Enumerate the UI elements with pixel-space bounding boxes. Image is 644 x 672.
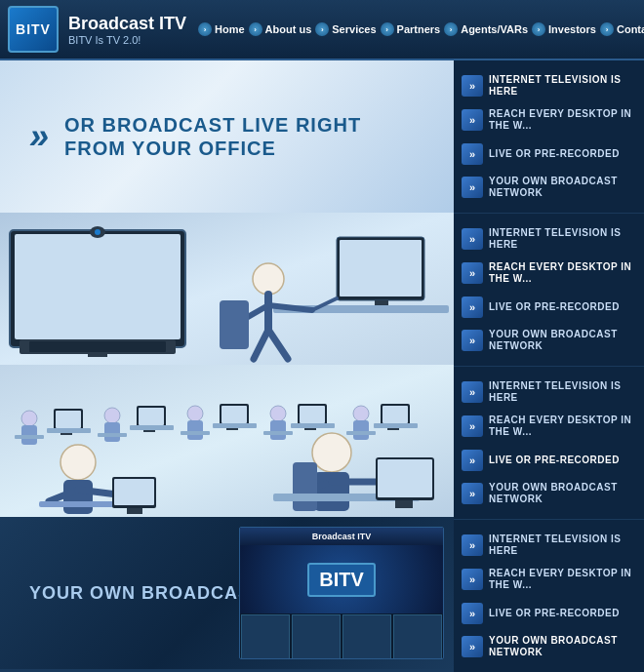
sidebar-label-1c: LIVE OR PRE-RECORDED <box>489 148 620 160</box>
nav-arrow-home: › <box>198 22 212 36</box>
sidebar-item-reach-1[interactable]: » REACH EVERY DESKTOP IN THE W... <box>454 104 644 136</box>
svg-rect-41 <box>213 423 257 428</box>
sidebar-label-2b: REACH EVERY DESKTOP IN THE W... <box>489 261 636 285</box>
nav-contact[interactable]: › Contact us <box>598 20 644 38</box>
slide-3-illustration <box>0 365 454 517</box>
chevron-icon-1d: » <box>462 177 483 198</box>
sidebar-item-live-2[interactable]: » LIVE OR PRE-RECORDED <box>454 293 644 322</box>
sidebar-item-live-4[interactable]: » LIVE OR PRE-RECORDED <box>454 599 644 628</box>
sidebar-label-3a: INTERNET TELEVISION IS HERE <box>489 380 636 404</box>
sidebar-item-reach-2[interactable]: » REACH EVERY DESKTOP IN THE W... <box>454 257 644 289</box>
slide-2-illustration <box>0 213 454 365</box>
svg-rect-71 <box>378 459 432 497</box>
chevron-icon-2a: » <box>462 228 483 250</box>
svg-rect-60 <box>39 501 117 507</box>
slide-1-text: OR BROADCAST LIVE RIGHT FROM YOUR OFFICE <box>64 113 424 160</box>
sidebar-label-1a: INTERNET TELEVISION IS HERE <box>489 74 636 98</box>
sidebar-label-2d: YOUR OWN BROADCAST NETWORK <box>489 329 636 352</box>
sidebar-label-2a: INTERNET TELEVISION IS HERE <box>489 227 636 251</box>
slide-1[interactable]: » OR BROADCAST LIVE RIGHT FROM YOUR OFFI… <box>0 60 454 213</box>
sidebar-section-1: » INTERNET TELEVISION IS HERE » REACH EV… <box>454 60 644 214</box>
sidebar-label-1d: YOUR OWN BROADCAST NETWORK <box>489 176 636 199</box>
svg-rect-23 <box>15 435 44 439</box>
preview-center: BITV <box>240 545 443 613</box>
chevron-icon-1b: » <box>462 109 483 131</box>
svg-point-64 <box>312 433 351 472</box>
main-content: » OR BROADCAST LIVE RIGHT FROM YOUR OFFI… <box>0 60 644 672</box>
sidebar-item-own-1[interactable]: » YOUR OWN BROADCAST NETWORK <box>454 172 644 203</box>
svg-point-5 <box>95 229 101 235</box>
svg-rect-39 <box>221 406 247 423</box>
sidebar-item-internet-tv-4[interactable]: » INTERNET TELEVISION IS HERE <box>454 530 644 561</box>
svg-point-12 <box>253 263 284 295</box>
logo-text: BITV <box>16 21 51 37</box>
chevron-icon-3c: » <box>462 450 483 471</box>
svg-rect-53 <box>382 406 408 423</box>
chevron-icon-4a: » <box>462 534 483 556</box>
slide-4[interactable]: YOUR OWN BROADCAST NETWORK Broadcast ITV… <box>0 517 454 669</box>
slide-2[interactable] <box>0 213 454 365</box>
sidebar-section-2: » INTERNET TELEVISION IS HERE » REACH EV… <box>454 214 644 367</box>
svg-rect-7 <box>29 341 166 352</box>
svg-rect-62 <box>114 479 154 505</box>
preview-thumb-1 <box>241 614 290 659</box>
nav-arrow-contact: › <box>600 22 614 36</box>
nav-investors[interactable]: › Investors <box>530 20 598 38</box>
chevron-icon-3b: » <box>462 415 483 437</box>
svg-rect-72 <box>395 500 413 508</box>
nav-arrow-investors: › <box>532 22 545 36</box>
svg-rect-32 <box>139 408 164 425</box>
nav-agents[interactable]: › Agents/VARs <box>442 20 530 38</box>
sidebar-item-reach-3[interactable]: » REACH EVERY DESKTOP IN THE W... <box>454 411 644 442</box>
sidebar-section-3: » INTERNET TELEVISION IS HERE » REACH EV… <box>454 367 644 520</box>
sidebar-label-1b: REACH EVERY DESKTOP IN THE W... <box>489 108 636 132</box>
logo: BITV <box>8 6 59 53</box>
sidebar-item-reach-4[interactable]: » REACH EVERY DESKTOP IN THE W... <box>454 564 644 595</box>
sidebar-item-internet-tv-3[interactable]: » INTERNET TELEVISION IS HERE <box>454 376 644 408</box>
brand-title: Broadcast ITV <box>68 14 186 34</box>
brand-text: Broadcast ITV BITV Is TV 2.0! <box>68 14 186 46</box>
svg-rect-25 <box>56 411 81 428</box>
chevron-icon-1a: » <box>462 75 483 97</box>
nav-home[interactable]: › Home <box>196 20 247 38</box>
svg-rect-51 <box>346 431 376 435</box>
chevron-icon-4b: » <box>462 569 483 590</box>
svg-point-35 <box>187 406 203 421</box>
sidebar-item-own-4[interactable]: » YOUR OWN BROADCAST NETWORK <box>454 631 644 662</box>
nav-arrow-services: › <box>315 22 329 36</box>
sidebar-label-4b: REACH EVERY DESKTOP IN THE W... <box>489 568 636 591</box>
svg-rect-63 <box>127 508 142 514</box>
nav-arrow-partners: › <box>381 22 394 36</box>
svg-rect-43 <box>270 420 286 440</box>
slide-1-content: » OR BROADCAST LIVE RIGHT FROM YOUR OFFI… <box>0 94 454 179</box>
svg-rect-18 <box>220 300 249 349</box>
sidebar-label-3d: YOUR OWN BROADCAST NETWORK <box>489 482 636 505</box>
sidebar-item-internet-tv-1[interactable]: » INTERNET TELEVISION IS HERE <box>454 70 644 101</box>
svg-rect-46 <box>300 406 325 423</box>
chevron-icon-2b: » <box>462 262 483 284</box>
svg-rect-55 <box>374 423 418 428</box>
sidebar-item-live-3[interactable]: » LIVE OR PRE-RECORDED <box>454 446 644 475</box>
sidebar-item-own-2[interactable]: » YOUR OWN BROADCAST NETWORK <box>454 325 644 356</box>
nav-about[interactable]: › About us <box>247 20 314 38</box>
svg-line-59 <box>78 490 117 494</box>
slide-3[interactable] <box>0 365 454 517</box>
sidebar-item-own-3[interactable]: » YOUR OWN BROADCAST NETWORK <box>454 478 644 509</box>
preview-thumb-2 <box>292 614 341 659</box>
preview-header: Broadcast ITV <box>240 528 443 545</box>
svg-rect-30 <box>98 433 127 437</box>
nav-partners[interactable]: › Partners <box>379 20 443 38</box>
svg-point-56 <box>60 445 96 480</box>
chevron-icon-4c: » <box>462 603 483 624</box>
preview-thumb-3 <box>342 614 391 659</box>
sidebar-item-live-1[interactable]: » LIVE OR PRE-RECORDED <box>454 139 644 169</box>
sidebar-label-4a: INTERNET TELEVISION IS HERE <box>489 534 636 557</box>
svg-rect-50 <box>353 420 369 440</box>
svg-rect-2 <box>15 234 181 339</box>
header: BITV Broadcast ITV BITV Is TV 2.0! › Hom… <box>0 0 644 60</box>
svg-rect-27 <box>47 428 91 433</box>
nav-services[interactable]: › Services <box>313 20 378 38</box>
chevron-icon-3d: » <box>462 483 483 504</box>
svg-rect-65 <box>314 472 349 511</box>
sidebar-item-internet-tv-2[interactable]: » INTERNET TELEVISION IS HERE <box>454 223 644 255</box>
